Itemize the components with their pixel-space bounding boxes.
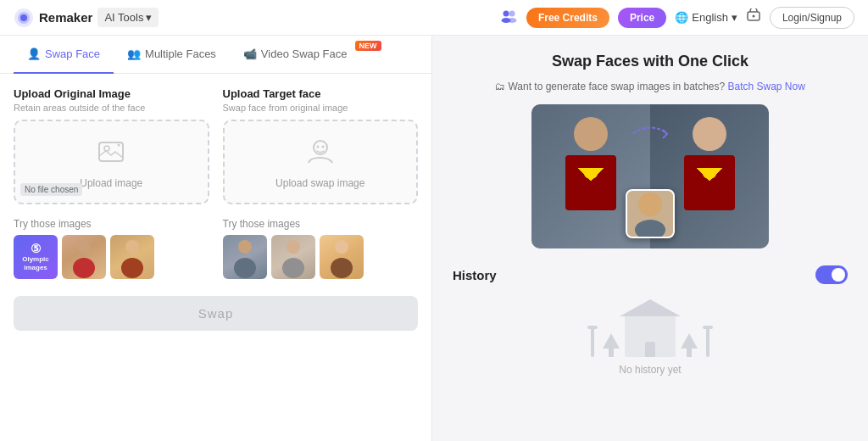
- main-layout: 👤 Swap Face 👥 Multiple Faces 📹 Video Swa…: [0, 36, 868, 441]
- tab-bar: 👤 Swap Face 👥 Multiple Faces 📹 Video Swa…: [0, 36, 431, 74]
- empty-illustration: [453, 315, 848, 357]
- tab-video-swap-face[interactable]: 📹 Video Swap Face NEW: [230, 36, 383, 74]
- right-title: Swap Faces with One Click: [453, 53, 848, 70]
- stack-icon: 🗂: [495, 81, 505, 92]
- lamp-post: [591, 327, 594, 357]
- header: Remaker AI Tools ▾ Free Credits Price 🌐 …: [0, 0, 868, 36]
- svg-point-15: [77, 240, 91, 254]
- login-signup-button[interactable]: Login/Signup: [770, 7, 854, 29]
- left-panel: 👤 Swap Face 👥 Multiple Faces 📹 Video Swa…: [0, 36, 432, 441]
- users-icon: [499, 7, 518, 25]
- try-target-col: Try those images: [223, 218, 419, 279]
- svg-point-23: [335, 240, 348, 254]
- tree-top-2: [681, 333, 698, 349]
- svg-point-20: [234, 258, 256, 278]
- tab-swap-face[interactable]: 👤 Swap Face: [14, 36, 114, 74]
- try-target-images: [223, 235, 419, 279]
- upload-face-icon: [305, 136, 336, 172]
- olympic-label: Olympicimages: [22, 255, 49, 271]
- svg-point-14: [321, 145, 324, 148]
- logo-text: Remaker: [39, 10, 92, 25]
- chevron-down-icon: ▾: [732, 11, 737, 24]
- lamp-post-right: [706, 327, 709, 357]
- users-icon-button[interactable]: [499, 7, 518, 28]
- globe-icon: 🌐: [675, 11, 688, 24]
- language-button[interactable]: 🌐 English ▾: [675, 11, 737, 24]
- upload-original-col: Upload Original Image Retain areas outsi…: [14, 87, 209, 204]
- svg-point-27: [584, 169, 598, 179]
- free-credits-button[interactable]: Free Credits: [526, 8, 609, 28]
- remaker-logo-icon: [14, 8, 34, 28]
- price-button[interactable]: Price: [618, 8, 666, 28]
- header-right: Free Credits Price 🌐 English ▾ Login/Sig…: [499, 7, 854, 29]
- batch-swap-link[interactable]: Batch Swap Now: [728, 81, 805, 92]
- language-label: English: [692, 11, 728, 24]
- house-door: [645, 342, 655, 357]
- ai-tools-button[interactable]: AI Tools ▾: [97, 8, 159, 27]
- try-target-photo-2[interactable]: [271, 235, 315, 279]
- person-silhouette-2: [115, 236, 149, 278]
- svg-point-10: [104, 146, 109, 151]
- person-silhouette-5: [325, 236, 359, 278]
- svg-point-8: [752, 14, 754, 17]
- try-original-olympic[interactable]: ⑤ Olympicimages: [14, 235, 58, 279]
- no-file-badge: No file chosen: [20, 183, 82, 196]
- batch-row: 🗂 Want to generate face swap images in b…: [453, 81, 848, 92]
- svg-point-28: [693, 117, 726, 151]
- svg-point-16: [73, 258, 95, 278]
- tab-multiple-faces[interactable]: 👥 Multiple Faces: [114, 36, 230, 74]
- history-row: History: [453, 265, 848, 284]
- toggle-knob: [832, 268, 845, 282]
- face-card-person: [629, 189, 671, 238]
- try-original-label: Try those images: [14, 218, 209, 230]
- person-silhouette-3: [228, 236, 262, 278]
- person-silhouette-4: [276, 236, 310, 278]
- chevron-down-icon: ▾: [146, 11, 152, 24]
- notification-button[interactable]: [746, 8, 761, 27]
- tab-swap-face-label: Swap Face: [45, 47, 100, 60]
- upload-target-col: Upload Target face Swap face from origin…: [223, 87, 419, 204]
- svg-point-25: [574, 117, 608, 151]
- try-images-section: Try those images ⑤ Olympicimages: [0, 218, 431, 289]
- svg-rect-29: [684, 155, 735, 210]
- try-original-photo-2[interactable]: [110, 235, 154, 279]
- tree-top-1: [603, 333, 620, 349]
- try-target-label: Try those images: [223, 218, 419, 230]
- svg-point-6: [507, 18, 516, 23]
- upload-target-sublabel: Swap face from original image: [223, 103, 419, 113]
- svg-point-22: [282, 258, 304, 278]
- demo-image: [531, 104, 769, 248]
- upload-target-box[interactable]: Upload swap image: [223, 120, 419, 204]
- upload-target-text: Upload swap image: [275, 177, 364, 189]
- history-toggle[interactable]: [815, 265, 848, 284]
- swap-arrow: [629, 121, 671, 149]
- try-target-photo-3[interactable]: [320, 235, 364, 279]
- upload-image-icon: [96, 136, 126, 172]
- svg-point-18: [121, 258, 143, 278]
- swap-button-wrap: Swap: [0, 289, 431, 344]
- tree-1: [603, 333, 620, 357]
- house-roof: [620, 299, 681, 316]
- upload-original-box[interactable]: Upload image No file chosen: [14, 120, 209, 204]
- superman-original-figure: [557, 113, 625, 215]
- svg-point-3: [503, 11, 509, 17]
- superman-swapped-figure: [676, 113, 743, 215]
- demo-image-wrap: [453, 104, 848, 248]
- svg-point-13: [316, 145, 319, 148]
- svg-rect-26: [565, 155, 616, 210]
- upload-target-label: Upload Target face: [223, 87, 419, 100]
- swap-button[interactable]: Swap: [14, 296, 418, 331]
- tab-multiple-faces-label: Multiple Faces: [145, 47, 216, 60]
- tab-video-swap-face-label: Video Swap Face: [261, 47, 348, 60]
- try-original-images: ⑤ Olympicimages: [14, 235, 209, 279]
- tree-trunk-2: [687, 349, 692, 357]
- people-icon: 👥: [127, 47, 141, 60]
- lamp-right: [703, 326, 713, 357]
- ai-tools-label: AI Tools: [104, 11, 143, 24]
- try-target-photo-1[interactable]: [223, 235, 267, 279]
- empty-history-text: No history yet: [453, 364, 848, 376]
- person-icon: 👤: [27, 47, 41, 60]
- try-original-photo-1[interactable]: [62, 235, 106, 279]
- olympic-rings-icon: ⑤: [31, 242, 42, 255]
- upload-original-sublabel: Retain areas outside of the face: [14, 103, 209, 113]
